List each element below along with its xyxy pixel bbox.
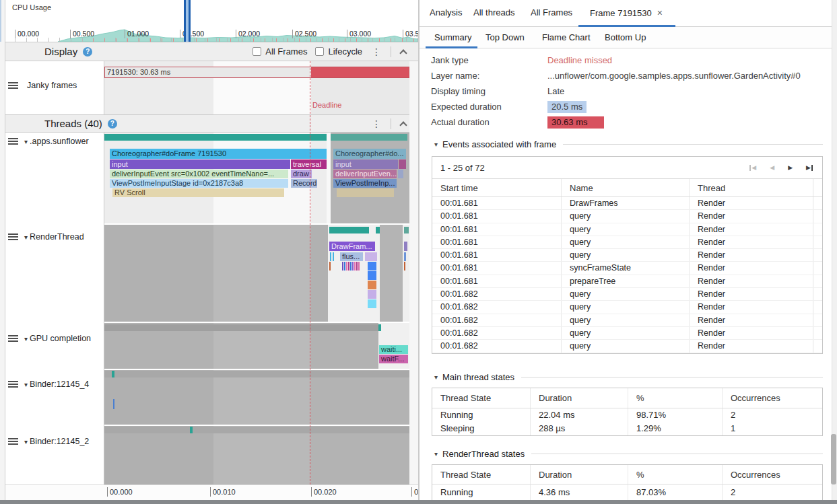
tab-all-frames[interactable]: All Frames: [531, 7, 572, 17]
scroll-gutter[interactable]: [813, 314, 822, 326]
all-frames-checkbox[interactable]: All Frames: [253, 46, 307, 57]
pagination-first-button[interactable]: ◀: [749, 164, 756, 171]
slice-view-post-ime[interactable]: ViewPostImeInputStage id=0x2187c3a8: [110, 179, 288, 188]
thread-label-apps-sunflower[interactable]: ▾ .apps.sunflower: [8, 137, 89, 146]
subtab-summary[interactable]: Summary: [434, 32, 472, 42]
slice-rv-scroll[interactable]: RV Scroll: [112, 188, 284, 197]
janky-frames-row-label[interactable]: Janky frames: [8, 81, 77, 90]
scroll-gutter[interactable]: [813, 179, 822, 196]
drag-handle-icon[interactable]: [8, 380, 18, 389]
drag-handle-icon[interactable]: [8, 232, 18, 242]
scroll-gutter[interactable]: [813, 288, 822, 300]
thread-track-renderthread[interactable]: DrawFram... flus...: [104, 225, 409, 322]
scroll-gutter[interactable]: [813, 340, 822, 352]
render-states-section-header[interactable]: ▾ RenderThread states: [432, 448, 823, 459]
tab-all-threads[interactable]: All threads: [473, 7, 514, 17]
slice-draw[interactable]: draw: [291, 170, 312, 178]
expand-triangle-icon[interactable]: ▾: [24, 233, 28, 241]
state-row[interactable]: Running 4.36 ms 87.03% 2: [432, 484, 822, 500]
display-section-header[interactable]: Display ? All Frames Lifecycle ⋮: [5, 42, 418, 61]
slice-traversal[interactable]: traversal: [291, 159, 327, 169]
drag-handle-icon[interactable]: [8, 437, 18, 446]
event-row[interactable]: 00:01.682 query Render: [432, 301, 822, 314]
slice-waiting[interactable]: waiti...: [379, 345, 408, 354]
threads-section-header[interactable]: Threads (40) ? ⋮: [5, 114, 418, 133]
pagination-last-button[interactable]: ▶: [806, 164, 813, 171]
event-row[interactable]: 00:01.681 query Render: [432, 236, 822, 249]
slice-block[interactable]: [368, 290, 376, 299]
collapse-chevron-icon[interactable]: [399, 121, 407, 129]
event-row[interactable]: 00:01.682 query Render: [432, 340, 822, 353]
main-states-section-header[interactable]: ▾ Main thread states: [432, 371, 823, 382]
event-row[interactable]: 00:01.681 query Render: [432, 223, 822, 236]
thread-track-binder-12145-2[interactable]: [104, 426, 409, 484]
event-row[interactable]: 00:01.681 query Render: [432, 249, 822, 262]
slice-unlabeled[interactable]: [365, 252, 377, 261]
thread-label-renderthread[interactable]: ▾ RenderThread: [8, 232, 84, 242]
slice-rv-scroll-dim[interactable]: [337, 188, 394, 197]
help-icon[interactable]: ?: [108, 119, 117, 129]
expand-triangle-icon[interactable]: ▾: [24, 438, 28, 445]
scroll-gutter[interactable]: [813, 262, 822, 274]
tab-analysis[interactable]: Analysis: [430, 7, 462, 17]
event-row[interactable]: 00:01.681 syncFrameState Render: [432, 262, 822, 275]
thread-track-apps-sunflower[interactable]: Choreographer#doFrame 7191530 input trav…: [104, 133, 409, 223]
kebab-menu-icon[interactable]: ⋮: [370, 46, 382, 57]
close-icon[interactable]: ×: [657, 7, 663, 18]
collapse-chevron-icon[interactable]: [399, 49, 407, 57]
scroll-gutter[interactable]: [813, 197, 822, 209]
slice-deliver-input-event[interactable]: deliverInputEvent src=0x1002 eventTimeNa…: [110, 170, 288, 178]
expand-triangle-icon[interactable]: ▾: [24, 138, 28, 145]
states-column-header[interactable]: Thread State Duration % Occurrences: [432, 465, 822, 484]
slice-input-dim[interactable]: input: [333, 159, 398, 169]
event-row[interactable]: 00:01.682 query Render: [432, 288, 822, 301]
state-row[interactable]: Running 22.04 ms 98.71% 2: [432, 408, 822, 422]
drag-handle-icon[interactable]: [8, 334, 18, 343]
drag-handle-icon[interactable]: [8, 81, 18, 90]
slice-drawframes[interactable]: DrawFram...: [329, 242, 375, 251]
thread-track-gpu-completion[interactable]: waiti... waitF...: [104, 323, 409, 369]
lifecycle-checkbox[interactable]: Lifecycle: [315, 46, 362, 57]
events-column-header[interactable]: Start time Name Thread: [432, 179, 822, 197]
state-row[interactable]: Sleeping 288 µs 1.29% 1: [432, 422, 822, 435]
slice-choreographer-doframe[interactable]: Choreographer#doFrame 7191530: [110, 149, 327, 159]
pagination-next-button[interactable]: ▶: [788, 164, 793, 171]
event-row[interactable]: 00:01.682 query Render: [432, 314, 822, 327]
slice-input[interactable]: input: [110, 159, 290, 169]
collapse-triangle-icon[interactable]: ▾: [434, 141, 438, 148]
event-row[interactable]: 00:01.681 DrawFrames Render: [432, 197, 822, 210]
tab-frame-7191530[interactable]: Frame 7191530×: [590, 7, 663, 18]
slice-record[interactable]: Record ...: [291, 179, 317, 188]
slice-block[interactable]: [368, 299, 376, 308]
checkbox-icon[interactable]: [315, 47, 324, 56]
slice-block[interactable]: [368, 262, 376, 271]
slice-waitfence[interactable]: waitF...: [379, 355, 408, 363]
scroll-gutter[interactable]: [813, 249, 822, 261]
slice-view-post-ime-dim[interactable]: ViewPostImeInp...: [333, 179, 397, 188]
horizontal-scrollbar[interactable]: [0, 500, 837, 504]
scroll-gutter[interactable]: [813, 327, 822, 339]
janky-frames-track[interactable]: 7191530: 30.63 ms: [104, 61, 409, 114]
scroll-gutter[interactable]: [813, 236, 822, 248]
events-section-header[interactable]: ▾ Events associated with frame: [432, 139, 823, 149]
slice-block[interactable]: [368, 271, 376, 280]
scroll-gutter[interactable]: [813, 275, 822, 287]
checkbox-icon[interactable]: [253, 47, 261, 56]
pagination-prev-button[interactable]: ◀: [770, 164, 774, 171]
scroll-gutter[interactable]: [813, 210, 822, 222]
help-icon[interactable]: ?: [83, 47, 92, 57]
thread-label-binder-12145-2[interactable]: ▾ Binder:12145_2: [8, 437, 89, 446]
slice-choreographer-dim[interactable]: Choreographer#do...: [333, 149, 406, 159]
slice-deliver-dim[interactable]: deliverInputEven...: [333, 170, 397, 178]
subtab-top-down[interactable]: Top Down: [486, 32, 525, 42]
event-row[interactable]: 00:01.681 prepareTree Render: [432, 275, 822, 288]
vertical-scrollbar-thumb[interactable]: [831, 434, 836, 484]
collapse-triangle-icon[interactable]: ▾: [434, 373, 438, 381]
thread-track-binder-12145-4[interactable]: [104, 370, 409, 425]
states-column-header[interactable]: Thread State Duration % Occurrences: [432, 388, 822, 408]
janky-frame-bar[interactable]: 7191530: 30.63 ms: [104, 67, 409, 78]
event-row[interactable]: 00:01.682 query Render: [432, 327, 822, 340]
event-row[interactable]: 00:01.681 query Render: [432, 210, 822, 223]
cpu-usage-track[interactable]: CPU Usage 00.000 00.500 01.000 01.500 02…: [5, 0, 418, 42]
slice-block[interactable]: [368, 281, 376, 289]
